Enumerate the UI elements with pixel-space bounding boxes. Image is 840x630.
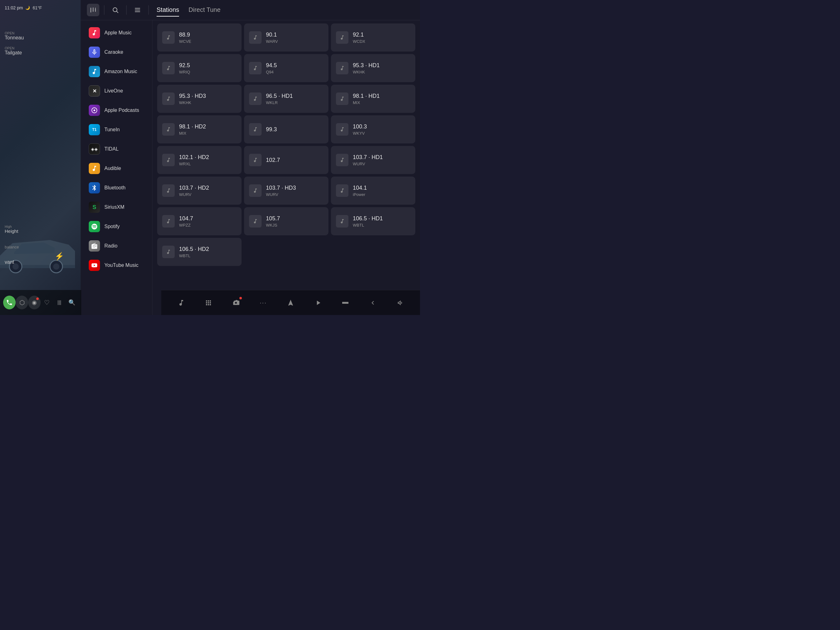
station-freq: 102.1 · HD2 [179,154,209,161]
siriusxm-icon: S [89,202,100,213]
tidal-icon: ◈◈ [89,144,100,155]
source-item-liveone[interactable]: ✕LiveOne [83,82,150,100]
source-item-siriusxm[interactable]: SSiriusXM [83,198,150,216]
station-card-0[interactable]: 88.9WCVE [157,24,242,52]
station-card-4[interactable]: 94.5Q94 [244,54,328,82]
source-item-audible[interactable]: Audible [83,159,150,178]
play-nav-btn[interactable] [310,295,326,311]
search-button[interactable]: 🔍 [66,295,78,309]
station-info: 92.5WRIQ [179,62,190,74]
status-bar: 11:02 pm 🌙 61°F [0,0,81,16]
source-item-spotify[interactable]: Spotify [83,217,150,236]
station-card-18[interactable]: 104.7WPZZ [157,207,242,235]
station-name: WURV [179,192,209,197]
station-card-12[interactable]: 102.1 · HD2WRXL [157,146,242,174]
station-freq: 104.7 [179,215,193,222]
source-item-bluetooth[interactable]: Bluetooth [83,178,150,197]
station-card-21[interactable]: 106.5 · HD2WBTL [157,238,242,266]
station-note-icon [249,31,262,44]
heart-button[interactable]: ♡ [41,295,53,309]
svg-rect-18 [135,11,140,12]
station-info: 98.1 · HD1MIX [353,93,380,105]
more-nav-btn[interactable]: ··· [255,295,271,311]
station-freq: 98.1 · HD1 [353,93,380,99]
toolbar-divider-1 [104,5,104,15]
media-nav-btn[interactable] [338,295,353,311]
music-nav-btn[interactable] [174,295,189,311]
station-freq: 96.5 · HD1 [266,93,293,99]
clock: 11:02 pm [5,5,23,10]
svg-text:⚡: ⚡ [55,251,64,261]
station-card-3[interactable]: 92.5WRIQ [157,54,242,82]
station-card-9[interactable]: 98.1 · HD2MIX [157,115,242,144]
toolbar-divider-3 [148,5,149,15]
apps-button[interactable]: ⬡ [16,295,28,309]
equalizer-toolbar-btn[interactable] [87,4,99,16]
source-list: Apple MusicCaraokeAmazon Music✕LiveOneAp… [81,20,153,315]
station-info: 102.1 · HD2WRXL [179,154,209,166]
source-item-amazon-music[interactable]: Amazon Music [83,62,150,81]
station-freq: 105.7 [266,215,280,222]
amazon-music-label: Amazon Music [104,69,137,74]
station-note-icon [249,215,262,227]
stations-tab[interactable]: Stations [156,4,179,17]
camera-button[interactable]: ◉ [28,295,41,309]
source-item-youtube-music[interactable]: YouTube Music [83,256,150,275]
station-info: 95.3 · HD1WKHK [353,62,380,74]
source-item-tidal[interactable]: ◈◈TIDAL [83,140,150,158]
station-card-8[interactable]: 98.1 · HD1MIX [331,85,415,113]
volume-nav-btn[interactable] [392,295,408,311]
back-nav-btn[interactable] [365,295,381,311]
station-card-6[interactable]: 95.3 · HD3WKHK [157,85,242,113]
list-toolbar-btn[interactable] [131,4,144,16]
station-card-17[interactable]: 104.1iPower [331,177,415,205]
station-note-icon [336,62,349,74]
station-card-15[interactable]: 103.7 · HD2WURV [157,177,242,205]
station-card-11[interactable]: 100.3WKYV [331,115,415,144]
station-info: 88.9WCVE [179,32,191,44]
camera-nav-btn[interactable] [228,295,244,311]
source-item-caraoke[interactable]: Caraoke [83,43,150,62]
station-card-10[interactable]: 99.3 [244,115,328,144]
station-card-19[interactable]: 105.7WKJS [244,207,328,235]
station-card-7[interactable]: 96.5 · HD1WKLR [244,85,328,113]
svg-rect-9 [91,12,91,13]
station-card-5[interactable]: 95.3 · HD1WKHK [331,54,415,82]
station-freq: 95.3 · HD1 [353,62,380,69]
station-info: 106.5 · HD2WBTL [179,246,209,258]
station-card-16[interactable]: 103.7 · HD3WURV [244,177,328,205]
source-item-apple-music[interactable]: Apple Music [83,24,150,42]
station-card-13[interactable]: 102.7 [244,146,328,174]
equalizer-button[interactable]: ||| [53,295,66,309]
svg-rect-16 [135,8,140,9]
svg-point-19 [93,109,95,111]
station-name: WPZZ [179,223,193,227]
station-note-icon [249,93,262,105]
station-note-icon [162,154,175,166]
svg-rect-8 [91,8,91,12]
station-card-20[interactable]: 106.5 · HD1WBTL [331,207,415,235]
apps-nav-btn[interactable] [201,295,216,311]
station-note-icon [162,62,175,74]
svg-line-15 [117,11,118,13]
source-item-apple-podcasts[interactable]: Apple Podcasts [83,101,150,120]
station-name: WBTL [179,253,209,258]
station-freq: 88.9 [179,32,191,38]
amazon-music-icon [89,66,100,77]
station-card-14[interactable]: 103.7 · HD1WURV [331,146,415,174]
liveone-label: LiveOne [104,88,123,94]
station-note-icon [162,123,175,136]
source-item-tunein[interactable]: T1TuneIn [83,120,150,139]
navigate-nav-btn[interactable] [283,295,298,311]
content-area: Apple MusicCaraokeAmazon Music✕LiveOneAp… [81,20,420,315]
tailgate-label[interactable]: Open Tailgate [5,46,24,55]
source-item-radio[interactable]: Radio [83,237,150,255]
station-card-2[interactable]: 92.1WCDX [331,24,415,52]
station-info: 94.5Q94 [266,62,277,74]
station-card-1[interactable]: 90.1WARV [244,24,328,52]
direct-tune-tab[interactable]: Direct Tune [188,4,220,17]
phone-button[interactable] [3,295,16,309]
search-toolbar-btn[interactable] [109,4,122,16]
tonneau-label[interactable]: Open Tonneau [5,31,24,41]
station-name: WKLR [266,100,293,105]
